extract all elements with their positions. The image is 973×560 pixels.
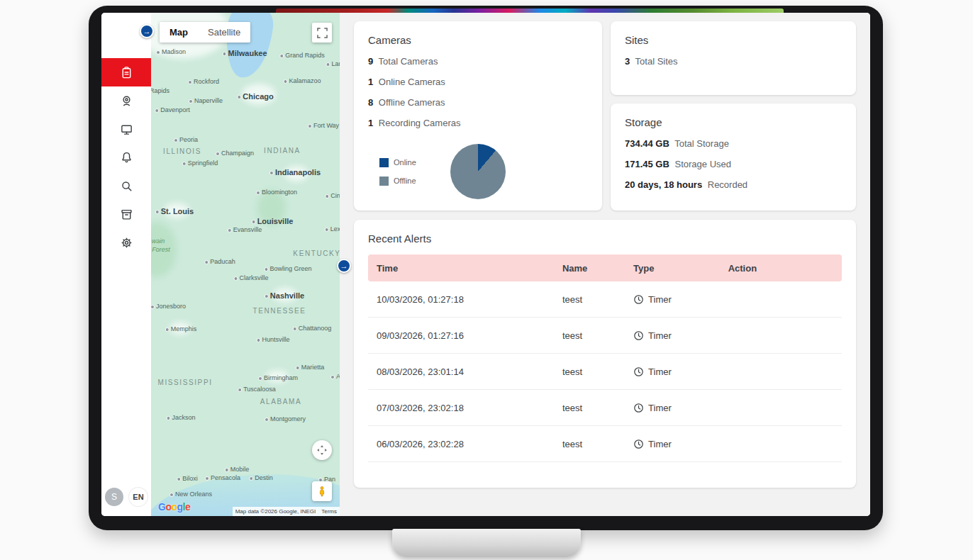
sidebar-item-archive[interactable] (101, 200, 151, 228)
stat-line: 20 days, 18 hours Recorded (625, 179, 842, 190)
map-label: ILLINOIS (163, 147, 201, 155)
fullscreen-icon (317, 28, 328, 38)
map-label: Naperville (189, 97, 223, 104)
recent-alerts-card: Recent Alerts TimeNameTypeAction 10/03/2… (354, 220, 856, 488)
pegman-control[interactable] (312, 481, 332, 501)
alert-row[interactable]: 08/03/2026, 23:01:14teestTimer (368, 354, 842, 390)
column-header: Type (633, 263, 728, 274)
sidebar-nav (101, 13, 151, 257)
sidebar-item-cameras[interactable] (101, 86, 151, 115)
alert-time: 06/03/2026, 23:02:28 (368, 439, 562, 449)
map-label: Destin (249, 474, 273, 481)
alert-name: teest (562, 366, 633, 377)
search-icon (120, 179, 133, 193)
google-logo-letter: g (177, 501, 183, 513)
stat-line: 1 Online Cameras (368, 77, 588, 87)
map-label: Lan (326, 60, 340, 67)
sidebar-item-settings[interactable] (101, 228, 151, 257)
alert-name: teest (562, 439, 633, 449)
clipboard-icon (120, 66, 133, 79)
dashboard-main: Cameras 9 Total Cameras1 Online Cameras8… (340, 13, 870, 516)
alert-row[interactable]: 06/03/2026, 23:02:28teestTimer (368, 426, 842, 462)
storage-stats: 734.44 GB Total Storage171.45 GB Storage… (625, 138, 842, 190)
gear-icon (120, 236, 133, 250)
map-label: Biloxi (177, 475, 198, 482)
move-arrows-icon (316, 444, 328, 456)
sites-card: Sites 3 Total Sites (611, 21, 856, 95)
alerts-table-head: TimeNameTypeAction (368, 254, 842, 281)
monitor-icon (120, 123, 133, 136)
map-type-satellite-button[interactable]: Satellite (198, 22, 250, 43)
map-label: Pensacola (205, 474, 240, 481)
stat-line: 3 Total Sites (625, 56, 842, 67)
legend-item: Online (379, 158, 416, 167)
map-terms-link[interactable]: Terms (318, 507, 340, 516)
alerts-table: TimeNameTypeAction 10/03/2026, 01:27:18t… (368, 254, 842, 462)
storage-card-title: Storage (625, 116, 842, 128)
sites-card-title: Sites (625, 34, 842, 46)
map-label: Davenport (155, 106, 190, 113)
map-label: MISSISSIPPI (157, 379, 212, 386)
laptop-frame: S EN MadisonMilwaukeeGrand RapidsLanRock… (89, 6, 883, 530)
sidebar-item-search[interactable] (101, 172, 151, 200)
map-label: Louisville (252, 217, 294, 225)
column-header: Name (562, 263, 633, 274)
map-label: Cin (325, 192, 340, 199)
alerts-table-body: 10/03/2026, 01:27:18teestTimer09/03/2026… (368, 281, 842, 462)
cameras-pie-chart (450, 144, 506, 199)
alert-row[interactable]: 07/03/2026, 23:02:18teestTimer (368, 390, 842, 426)
map-label: Mobile (225, 466, 250, 473)
archive-icon (120, 208, 133, 221)
map-label: ALABAMA (260, 398, 301, 405)
alert-name: teest (562, 403, 633, 413)
map-label: Kalamazoo (283, 77, 321, 84)
cameras-card-title: Cameras (368, 34, 588, 46)
pan-control[interactable] (312, 440, 332, 460)
sidebar-item-monitors[interactable] (101, 115, 151, 143)
clock-icon (633, 439, 644, 449)
map-type-map-button[interactable]: Map (160, 22, 198, 43)
map-label: Evansville (228, 226, 262, 233)
map-label: Lex (325, 225, 340, 233)
map-label: Nashville (265, 291, 304, 300)
map-type-control: Map Satellite (160, 22, 250, 43)
stat-line: 1 Recording Cameras (368, 118, 588, 128)
sidebar-item-alerts[interactable] (101, 143, 151, 172)
map-label: Tuscaloosa (238, 386, 276, 393)
alert-time: 10/03/2026, 01:27:18 (368, 294, 562, 305)
map-label: Chattanoog (293, 325, 332, 332)
alert-type: Timer (633, 330, 728, 341)
map-panel[interactable]: MadisonMilwaukeeGrand RapidsLanRockfordK… (151, 13, 340, 516)
google-logo[interactable]: Google (158, 501, 190, 513)
map-expand-button[interactable]: → (337, 259, 351, 273)
storage-card: Storage 734.44 GB Total Storage171.45 GB… (611, 103, 856, 211)
clock-icon (633, 330, 644, 341)
map-label: Rapids (151, 87, 169, 94)
sidebar: S EN (101, 13, 151, 516)
alert-row[interactable]: 10/03/2026, 01:27:18teestTimer (368, 281, 842, 318)
alert-time: 07/03/2026, 23:02:18 (368, 403, 562, 413)
map-label: Champaign (216, 150, 254, 157)
alert-type: Timer (633, 439, 728, 449)
camera-icon (120, 94, 133, 108)
fullscreen-button[interactable] (312, 23, 332, 43)
alert-time: 08/03/2026, 23:01:14 (368, 366, 562, 377)
map-label: Rockford (188, 78, 219, 85)
language-toggle[interactable]: EN (129, 488, 148, 506)
sidebar-item-dashboard[interactable] (101, 58, 151, 86)
cameras-legend: OnlineOffline (379, 158, 416, 186)
map-label: Fort Way (308, 122, 339, 129)
map-label: Forest (152, 246, 170, 253)
avatar[interactable]: S (105, 488, 123, 506)
map-label: Marietta (296, 364, 325, 371)
sidebar-footer: S EN (101, 488, 151, 506)
alert-row[interactable]: 09/03/2026, 01:27:16teestTimer (368, 318, 842, 354)
alert-name: teest (562, 294, 633, 305)
map-label: Jackson (166, 414, 195, 421)
google-logo-letter: G (158, 501, 165, 513)
alert-time: 09/03/2026, 01:27:16 (368, 330, 562, 341)
sidebar-collapse-button[interactable]: → (140, 24, 154, 38)
recent-alerts-title: Recent Alerts (368, 233, 842, 245)
map-label: Madison (156, 48, 186, 55)
map-label: Paducah (204, 258, 235, 265)
